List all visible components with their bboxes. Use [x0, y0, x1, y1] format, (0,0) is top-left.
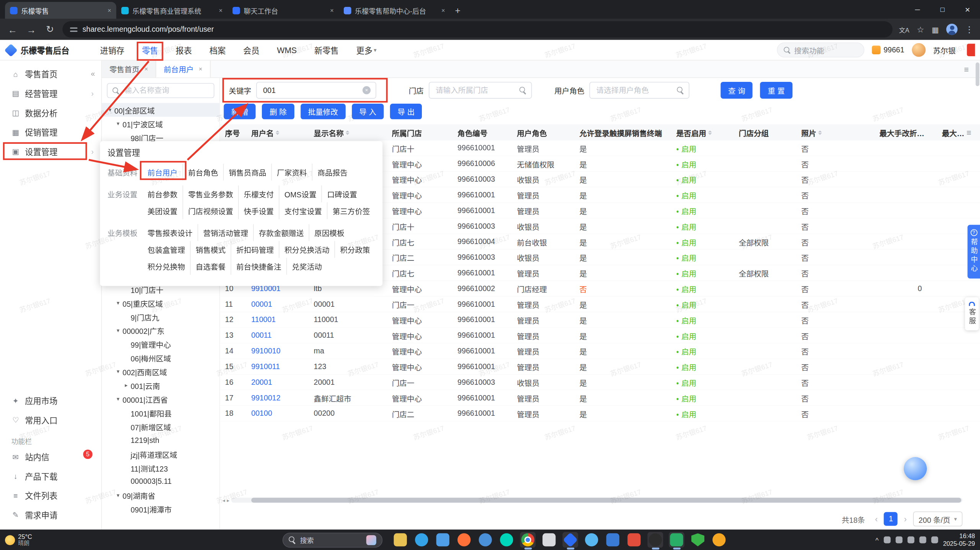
column-header[interactable]: 角色编号: [452, 127, 512, 138]
table-row[interactable]: 12110001110001管理中心996610001管理员是启用否: [220, 312, 980, 328]
customer-service-tab[interactable]: 客服: [965, 297, 979, 330]
nav-retail[interactable]: 零售: [142, 44, 158, 56]
page-scrollbar-thumb[interactable]: [976, 62, 980, 86]
store-icon[interactable]: [435, 532, 451, 548]
column-header[interactable]: 最大…: [937, 127, 968, 138]
extensions-icon[interactable]: [932, 24, 939, 35]
nas-icon[interactable]: [605, 532, 621, 548]
column-header[interactable]: 用户名: [246, 127, 309, 138]
tree-item[interactable]: 00|全部区域: [102, 103, 219, 117]
column-header[interactable]: 门店分组: [734, 127, 796, 138]
firefox-icon[interactable]: [456, 532, 472, 548]
nav-archives[interactable]: 档案: [209, 44, 225, 56]
tree-item[interactable]: 05|重庆区域: [102, 296, 219, 310]
popup-menu-item[interactable]: 支付宝设置: [279, 202, 327, 219]
tab-list-icon[interactable]: [964, 65, 969, 74]
sort-icon[interactable]: [346, 129, 350, 137]
popup-menu-item[interactable]: 积分兑换物: [142, 258, 190, 275]
table-row[interactable]: 159910011123管理中心996610001管理员是启用否: [220, 359, 980, 375]
popup-menu-item[interactable]: 口碑设置: [322, 186, 362, 202]
popup-menu-item[interactable]: 积分政策: [335, 241, 375, 258]
headset-icon[interactable]: [895, 536, 902, 543]
feishu-icon[interactable]: [499, 532, 514, 548]
column-header[interactable]: 所属门店: [387, 127, 452, 138]
import-button[interactable]: 导 入: [352, 104, 384, 119]
popup-menu-item[interactable]: 自选套餐: [190, 258, 230, 275]
qq-icon[interactable]: [647, 532, 663, 548]
column-header[interactable]: 显示名称: [309, 127, 387, 138]
column-header[interactable]: 最大手改折…: [874, 127, 937, 138]
tree-caret-icon[interactable]: [114, 396, 122, 402]
translate-icon[interactable]: [899, 24, 909, 34]
add-button[interactable]: 新 增: [224, 104, 256, 119]
table-row[interactable]: 149910010ma管理中心996610001管理员是启用否: [220, 343, 980, 359]
column-header[interactable]: 是否启用: [671, 127, 733, 138]
prev-page-icon[interactable]: ‹: [875, 514, 878, 523]
tree-search[interactable]: [107, 83, 214, 98]
tree-item[interactable]: 9|门店九: [102, 310, 219, 324]
horizontal-scrollbar[interactable]: ◂ ▸: [222, 497, 962, 503]
popup-menu-item[interactable]: 前台参数: [142, 186, 183, 202]
tab-close-icon[interactable]: [219, 7, 223, 14]
tree-item[interactable]: 09|湖南省: [102, 488, 219, 502]
table-row[interactable]: 162000120001门店一996610003收银员是启用否: [220, 375, 980, 391]
browser-profile-avatar[interactable]: [946, 24, 957, 35]
tree-item[interactable]: 1219|sth: [102, 433, 219, 447]
sidebar-item-messages[interactable]: ✉站内信5: [0, 447, 101, 467]
edge-icon[interactable]: [414, 532, 430, 548]
close-button[interactable]: [955, 0, 980, 19]
sidebar-item-analytics[interactable]: ◫数据分析: [0, 103, 101, 122]
sidebar-item-favorites[interactable]: ♡常用入口: [0, 410, 101, 430]
page-number[interactable]: 1: [884, 512, 898, 526]
export-button[interactable]: 导 出: [390, 104, 422, 119]
user-name[interactable]: 苏尔银: [933, 45, 956, 55]
nav-reports[interactable]: 报表: [176, 44, 192, 56]
table-row[interactable]: 180010000200门店二996610001管理员是启用否: [220, 406, 980, 421]
new-tab-button[interactable]: +: [455, 5, 461, 16]
cell-username[interactable]: 00100: [246, 409, 309, 418]
qq-tray-icon[interactable]: [907, 536, 914, 543]
sidebar-item-promotion[interactable]: ▦促销管理›: [0, 122, 101, 142]
table-row[interactable]: 110000100001门店一996610001管理员是启用否: [220, 297, 980, 312]
tab-close-icon[interactable]: [144, 65, 148, 72]
store-input[interactable]: [429, 82, 532, 99]
nav-more[interactable]: 更多▾: [356, 44, 376, 56]
folder-icon[interactable]: [392, 532, 408, 548]
sidebar-item-home[interactable]: ⌂零售首页: [0, 64, 101, 84]
role-input[interactable]: [590, 82, 689, 99]
nav-purchase-sale-stock[interactable]: 进销存: [100, 44, 124, 56]
tree-caret-icon[interactable]: [114, 368, 122, 374]
nav-new-retail[interactable]: 新零售: [314, 44, 339, 56]
browser-tab[interactable]: 乐檬零售商业管理系统: [116, 2, 228, 19]
table-row[interactable]: 130001100011管理中心996610001管理员是启用否: [220, 328, 980, 343]
lemon-icon[interactable]: [711, 532, 727, 548]
tree-item[interactable]: 002|西南区域: [102, 364, 219, 378]
nav-members[interactable]: 会员: [243, 44, 259, 56]
browser-menu-icon[interactable]: [965, 24, 974, 35]
sidebar-item-product-download[interactable]: ↓产品下载: [0, 467, 101, 486]
cell-username[interactable]: 110001: [246, 315, 309, 324]
popup-menu-item[interactable]: 门店视频设置: [183, 202, 238, 219]
column-header[interactable]: 序号: [220, 127, 247, 138]
mic-icon[interactable]: [884, 536, 890, 543]
next-page-icon[interactable]: ›: [904, 514, 907, 523]
volume-icon[interactable]: [931, 536, 938, 543]
user-avatar[interactable]: [912, 43, 926, 57]
cell-username[interactable]: 9910010: [246, 347, 309, 355]
tree-caret-icon[interactable]: [122, 382, 131, 388]
help-center-tab[interactable]: 帮助中心: [967, 225, 980, 278]
column-header[interactable]: 允许登录触摸屏销售终端: [574, 127, 671, 138]
tab-close-icon[interactable]: [441, 7, 445, 14]
sync-icon[interactable]: [477, 532, 493, 548]
keyword-input-field[interactable]: [262, 85, 359, 95]
scroll-right-icon[interactable]: ▸: [227, 497, 230, 503]
popup-menu-item[interactable]: 前台用户: [142, 164, 183, 181]
tree-caret-icon[interactable]: [114, 492, 122, 498]
popup-menu-item[interactable]: 兑奖活动: [286, 258, 327, 275]
weather-widget[interactable]: 25°C 晴朗: [5, 533, 32, 547]
security-icon[interactable]: [690, 532, 706, 548]
tree-item[interactable]: 000003|5.11: [102, 475, 219, 488]
popup-menu-item[interactable]: 乐檬支付: [238, 186, 279, 202]
scrollbar-thumb[interactable]: [251, 498, 961, 503]
popup-menu-item[interactable]: 快手设置: [238, 202, 279, 219]
